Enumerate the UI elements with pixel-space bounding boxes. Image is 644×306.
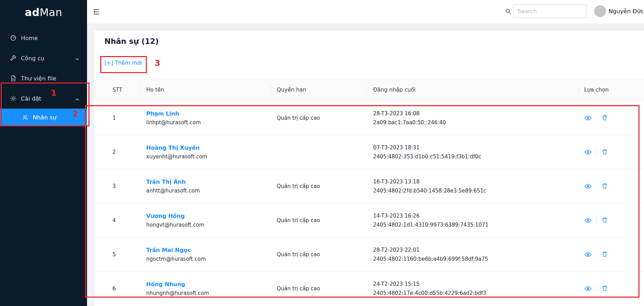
last-login-time: 16-T3-2023 13:18 (373, 179, 579, 185)
last-login-time: 24-T2-2023 15:15 (373, 281, 579, 287)
view-icon[interactable] (584, 285, 592, 292)
employee-email: nhungnh@hurasoft.com (146, 290, 271, 296)
action-divider (596, 285, 597, 292)
delete-icon[interactable] (601, 148, 609, 156)
menu-fold-icon[interactable] (92, 8, 101, 16)
search-icon[interactable] (505, 8, 511, 15)
last-login-ip: 2405:4802:2fd:b540:1458:28e3:5e89:651c (373, 188, 579, 194)
team-icon (22, 114, 29, 121)
chevron-down-icon (75, 56, 79, 60)
table-body: 1 Phạm Linh linhpt@hurasoft.com Quản trị… (94, 101, 644, 305)
delete-icon[interactable] (601, 285, 609, 292)
employee-name-link[interactable]: Hồng Nhung (146, 281, 185, 288)
last-login-ip: 2405:4802:17e:4c00:d55b:4229:6ad2:bdf3 (373, 290, 579, 296)
employee-name-link[interactable]: Trần Thị Ánh (146, 179, 186, 185)
employee-email: anhtt@hurasoft.com (146, 188, 271, 194)
user-name: Nguyễn Đức Qu (608, 8, 644, 15)
last-login-ip: 2a09:bac1:7aa0:50::246:40 (373, 119, 579, 126)
app-logo: adMan (0, 0, 87, 23)
personnel-table: STT Họ tên Quyền hạn Đăng nhập cuối Lựa … (94, 79, 644, 305)
action-divider (596, 149, 597, 156)
app-logo-light: Man (40, 6, 62, 18)
table-row: 6 Hồng Nhung nhungnh@hurasoft.com Quản t… (94, 272, 644, 305)
row-index: 4 (112, 217, 116, 223)
last-login-time: 28-T3-2023 16:08 (373, 110, 579, 117)
employee-name-link[interactable]: Phạm Linh (146, 110, 179, 117)
sidebar-item-label: Home (21, 35, 38, 41)
wrench-icon (10, 55, 17, 62)
search-area (505, 5, 587, 18)
sidebar-item-label: Thư viện file (21, 75, 56, 82)
sidebar-item-label: Cài đặt (21, 95, 41, 102)
app-logo-bold: ad (25, 6, 40, 18)
last-login-time: 07-T3-2023 18:31 (373, 144, 579, 151)
employee-email: hongvt@hurasoft.com (146, 222, 271, 228)
view-icon[interactable] (584, 148, 592, 156)
delete-icon[interactable] (601, 114, 609, 122)
view-icon[interactable] (584, 114, 592, 122)
add-new-button[interactable]: [+] Thêm mới (104, 60, 142, 66)
employee-name-link[interactable]: Trần Mai Ngọc (146, 247, 191, 253)
file-icon (10, 75, 17, 82)
action-divider (596, 217, 597, 224)
page-title: Nhân sự (12) (104, 37, 159, 46)
column-header-stt: STT (94, 79, 139, 101)
employee-name-link[interactable]: Vương Hồng (146, 213, 184, 219)
employee-role: Quản trị cấp cao (277, 251, 320, 258)
last-login-time: 14-T3-2023 16:26 (373, 213, 579, 219)
sidebar-item-nhan-su[interactable]: Nhân sự (0, 109, 87, 126)
table-row: 2 Hoàng Thị Xuyến xuyenht@hurasoft.com 0… (94, 135, 644, 169)
row-index: 5 (112, 251, 116, 258)
last-login-time: 28-T2-2023 22:01 (373, 247, 579, 253)
dashboard-icon (10, 34, 17, 41)
avatar (594, 5, 606, 17)
table-row: 1 Phạm Linh linhpt@hurasoft.com Quản trị… (94, 101, 644, 135)
sidebar-item-cong-cu[interactable]: Công cụ (0, 48, 87, 68)
table-row: 4 Vương Hồng hongvt@hurasoft.com Quản tr… (94, 203, 644, 237)
sidebar-menu: Home Công cụ Thư viện file (0, 28, 87, 126)
employee-role: Quản trị cấp cao (277, 217, 320, 223)
employee-role: Quản trị cấp cao (277, 285, 320, 292)
view-icon[interactable] (584, 217, 592, 224)
sidebar-item-cai-dat[interactable]: Cài đặt (0, 88, 87, 109)
row-index: 2 (112, 149, 116, 155)
column-header-role: Quyền hạn (271, 79, 366, 101)
topbar: Nguyễn Đức Qu (87, 0, 644, 23)
last-login-ip: 2405:4802:353:d1b0:c51:5419:f3b1:df0c (373, 154, 579, 160)
employee-email: xuyenht@hurasoft.com (146, 154, 271, 160)
table-row: 5 Trần Mai Ngọc ngoctm@hurasoft.com Quản… (94, 237, 644, 272)
column-header-actions: Lựa chọn (579, 79, 644, 101)
gear-icon (10, 95, 17, 102)
action-divider (596, 183, 597, 190)
column-header-last-login: Đăng nhập cuối (366, 79, 579, 101)
sidebar-item-thu-vien-file[interactable]: Thư viện file (0, 68, 87, 88)
row-index: 1 (112, 115, 116, 121)
column-header-name: Họ tên (139, 79, 271, 101)
employee-email: linhpt@hurasoft.com (146, 119, 271, 126)
sidebar-item-label: Nhân sự (33, 114, 56, 121)
delete-icon[interactable] (601, 217, 609, 224)
last-login-ip: 2405:4802:1160:be6b:a4b9:699f:58df:9a75 (373, 256, 579, 262)
table-header-row: STT Họ tên Quyền hạn Đăng nhập cuối Lựa … (94, 79, 644, 101)
view-icon[interactable] (584, 251, 592, 258)
action-divider (596, 251, 597, 258)
last-login-ip: 2405:4802:1d1:4310:9973:6389:7435:1071 (373, 222, 579, 228)
row-index: 6 (112, 285, 116, 292)
table-row: 3 Trần Thị Ánh anhtt@hurasoft.com Quản t… (94, 169, 644, 203)
delete-icon[interactable] (601, 251, 609, 258)
employee-role: Quản trị cấp cao (277, 115, 320, 121)
employee-name-link[interactable]: Hoàng Thị Xuyến (146, 144, 199, 151)
delete-icon[interactable] (601, 182, 609, 190)
search-input[interactable] (513, 5, 587, 18)
chevron-up-icon (75, 96, 79, 101)
employee-role: Quản trị cấp cao (277, 183, 320, 189)
action-divider (596, 115, 597, 121)
row-index: 3 (112, 183, 116, 189)
view-icon[interactable] (584, 182, 592, 190)
sidebar-item-label: Công cụ (21, 55, 44, 62)
sidebar: adMan Home Công cụ (0, 0, 87, 306)
employee-email: ngoctm@hurasoft.com (146, 256, 271, 262)
content-card: Nhân sự (12) [+] Thêm mới STT Họ tên Quy… (94, 31, 644, 306)
sidebar-item-home[interactable]: Home (0, 28, 87, 48)
user-menu[interactable]: Nguyễn Đức Qu (594, 5, 644, 17)
